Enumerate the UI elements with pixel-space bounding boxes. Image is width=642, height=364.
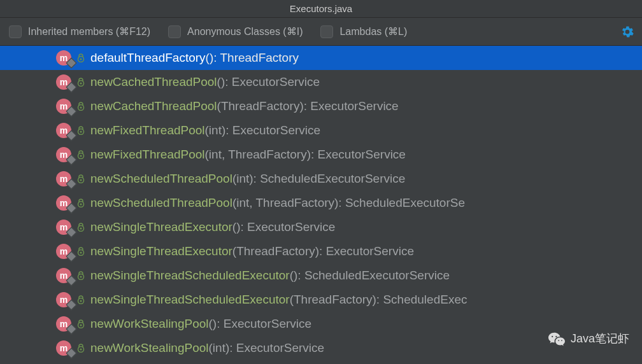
method-params: (ThreadFactory): [232, 244, 326, 258]
method-icon: m [56, 316, 71, 332]
method-return-type: ExecutorService [310, 99, 398, 113]
method-return-type: ScheduledExecutorService [304, 269, 450, 282]
inherited-members-label: Inherited members (⌘F12) [28, 25, 150, 38]
method-icon: m [56, 340, 71, 356]
method-icon: m [56, 292, 71, 307]
method-params: (int, ThreadFactory): [232, 196, 345, 209]
svg-point-21 [80, 300, 82, 302]
svg-point-3 [80, 83, 82, 85]
method-signature: newWorkStealingPool(int): ExecutorServic… [90, 341, 324, 355]
visibility-icon [76, 319, 85, 328]
method-return-type: ScheduledExec [383, 293, 467, 306]
method-return-type: ExecutorService [224, 317, 311, 330]
visibility-icon [76, 247, 85, 256]
method-name: newScheduledThreadPool [90, 196, 232, 209]
svg-point-15 [80, 228, 82, 230]
svg-point-5 [80, 107, 82, 109]
method-icon: m [56, 74, 71, 90]
method-row[interactable]: mnewCachedThreadPool(): ExecutorService [0, 70, 642, 94]
visibility-icon [76, 174, 85, 183]
method-signature: newScheduledThreadPool(int): ScheduledEx… [90, 172, 405, 186]
svg-point-13 [80, 204, 82, 206]
method-params: (): [206, 51, 220, 64]
anonymous-classes-label: Anonymous Classes (⌘I) [187, 25, 303, 38]
svg-point-25 [80, 349, 82, 351]
method-row[interactable]: mnewScheduledThreadPool(int): ScheduledE… [0, 167, 642, 191]
method-icon: m [56, 147, 71, 162]
method-icon: m [56, 171, 71, 186]
visibility-icon [76, 199, 85, 207]
method-signature: defaultThreadFactory(): ThreadFactory [90, 51, 299, 65]
svg-point-23 [80, 325, 82, 326]
lambdas-label: Lambdas (⌘L) [339, 25, 407, 38]
visibility-icon [76, 126, 85, 135]
method-params: (int): [209, 341, 236, 354]
method-signature: newCachedThreadPool(ThreadFactory): Exec… [90, 99, 399, 113]
method-row[interactable]: mnewScheduledThreadPool(int, ThreadFacto… [0, 191, 642, 215]
method-params: (): [232, 220, 247, 234]
title-text: Executors.java [290, 3, 352, 14]
method-params: (int): [232, 172, 260, 185]
lambdas-checkbox[interactable] [320, 25, 333, 38]
method-name: newWorkStealingPool [90, 317, 209, 330]
method-signature: newFixedThreadPool(int, ThreadFactory): … [90, 148, 406, 162]
svg-point-17 [80, 252, 82, 254]
method-return-type: ExecutorService [232, 123, 320, 137]
method-return-type: ScheduledExecutorSe [345, 196, 465, 209]
method-name: newSingleThreadExecutor [90, 244, 232, 258]
method-signature: newFixedThreadPool(int): ExecutorService [90, 123, 320, 137]
method-return-type: ExecutorService [326, 244, 414, 258]
method-icon: m [56, 268, 71, 283]
method-return-type: ExecutorService [318, 148, 406, 161]
method-return-type: ScheduledExecutorService [260, 172, 405, 185]
method-signature: newCachedThreadPool(): ExecutorService [90, 75, 320, 89]
method-name: newSingleThreadScheduledExecutor [90, 293, 290, 306]
method-row[interactable]: mnewFixedThreadPool(int): ExecutorServic… [0, 118, 642, 143]
inherited-members-checkbox[interactable] [9, 25, 22, 38]
gear-icon[interactable] [620, 25, 634, 39]
visibility-icon [76, 78, 85, 87]
method-row[interactable]: mnewSingleThreadExecutor(): ExecutorServ… [0, 215, 642, 239]
method-icon: m [56, 244, 71, 259]
method-params: (): [217, 75, 232, 88]
svg-point-1 [80, 59, 82, 60]
method-signature: newSingleThreadScheduledExecutor(): Sche… [90, 269, 450, 283]
method-params: (int): [205, 123, 232, 137]
method-row[interactable]: mnewSingleThreadScheduledExecutor(): Sch… [0, 263, 642, 288]
visibility-icon [76, 344, 85, 353]
method-name: newSingleThreadExecutor [90, 220, 232, 234]
method-signature: newSingleThreadScheduledExecutor(ThreadF… [90, 293, 467, 307]
method-name: newScheduledThreadPool [90, 172, 232, 185]
svg-point-19 [80, 276, 82, 278]
anonymous-classes-checkbox[interactable] [168, 25, 181, 38]
visibility-icon [76, 223, 85, 232]
method-icon: m [56, 50, 71, 66]
method-icon: m [56, 99, 71, 114]
method-icon: m [56, 195, 71, 211]
method-row[interactable]: mnewSingleThreadExecutor(ThreadFactory):… [0, 239, 642, 263]
method-row[interactable]: mnewFixedThreadPool(int, ThreadFactory):… [0, 143, 642, 167]
method-name: newFixedThreadPool [90, 123, 205, 137]
visibility-icon [76, 102, 85, 111]
method-return-type: ExecutorService [236, 341, 324, 354]
method-row[interactable]: mnewSingleThreadScheduledExecutor(Thread… [0, 288, 642, 312]
method-row[interactable]: mdefaultThreadFactory(): ThreadFactory [0, 46, 642, 70]
toolbar: Inherited members (⌘F12) Anonymous Class… [0, 18, 642, 46]
method-name: newSingleThreadScheduledExecutor [90, 269, 290, 282]
method-signature: newSingleThreadExecutor(ThreadFactory): … [90, 244, 414, 258]
method-params: (ThreadFactory): [290, 293, 383, 306]
svg-point-9 [80, 155, 82, 157]
method-name: newFixedThreadPool [90, 148, 205, 161]
method-row[interactable]: mnewCachedThreadPool(ThreadFactory): Exe… [0, 94, 642, 118]
window-title: Executors.java [0, 0, 642, 18]
method-row[interactable]: mnewWorkStealingPool(int): ExecutorServi… [0, 336, 642, 360]
svg-point-11 [80, 179, 82, 181]
visibility-icon [76, 295, 85, 304]
svg-point-7 [80, 131, 82, 133]
method-params: (): [209, 317, 224, 330]
method-row[interactable]: mnewWorkStealingPool(): ExecutorService [0, 312, 642, 336]
visibility-icon [76, 271, 85, 280]
visibility-icon [76, 53, 85, 62]
method-name: newCachedThreadPool [90, 99, 217, 113]
method-return-type: ExecutorService [247, 220, 335, 234]
